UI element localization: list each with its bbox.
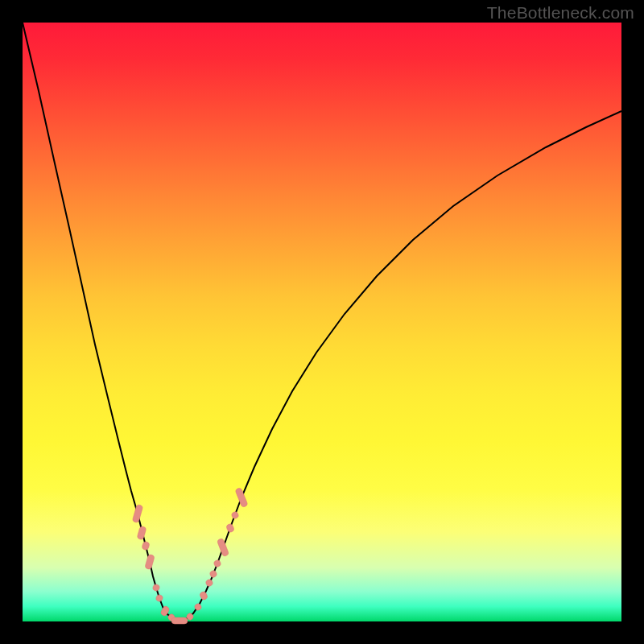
chart-frame: TheBottleneck.com — [0, 0, 644, 644]
curve-marker — [132, 504, 143, 522]
curve-marker — [209, 570, 218, 579]
curve-marker — [171, 617, 188, 624]
curve-marker — [225, 523, 234, 533]
curve-marker — [213, 559, 221, 568]
bottleneck-curve — [23, 23, 621, 621]
curve-marker — [145, 554, 155, 570]
marker-group — [132, 487, 248, 624]
curve-marker — [217, 538, 229, 556]
curve-marker — [152, 584, 160, 592]
curve-marker — [155, 594, 163, 602]
curve-svg — [23, 23, 621, 621]
curve-marker — [205, 579, 214, 588]
curve-marker — [199, 591, 208, 601]
plot-area — [23, 23, 621, 621]
watermark-text: TheBottleneck.com — [487, 3, 634, 23]
curve-marker — [231, 511, 239, 519]
curve-marker — [235, 487, 248, 507]
curve-marker — [142, 541, 150, 551]
curve-marker — [137, 526, 147, 540]
